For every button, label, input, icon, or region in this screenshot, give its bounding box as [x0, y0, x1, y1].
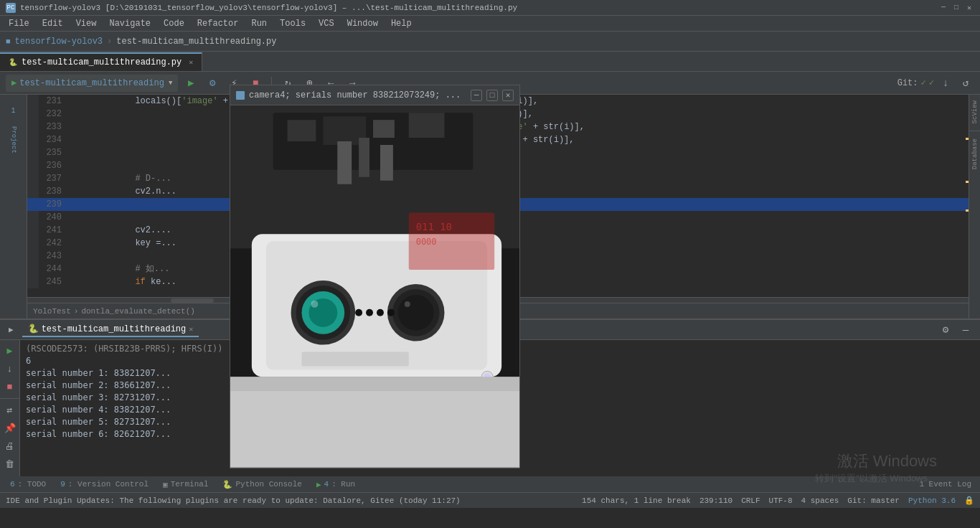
breadcrumb-separator: ›	[107, 37, 112, 47]
svg-point-16	[311, 301, 318, 308]
close-button[interactable]: ✕	[964, 3, 974, 13]
app-icon: PC	[6, 3, 16, 13]
gutter-234	[27, 133, 39, 146]
menu-help[interactable]: Help	[385, 17, 418, 30]
run-button[interactable]: ▶	[182, 75, 199, 92]
camera-feed: 011 10 0000	[230, 105, 519, 468]
run-wrap-icon[interactable]: ⇄	[2, 402, 18, 418]
run-tab-close[interactable]: ✕	[189, 325, 193, 334]
svg-rect-5	[373, 120, 395, 138]
project-bar: ■ tensorflow-yolov3 › test-multicam_mult…	[0, 32, 980, 52]
svg-rect-8	[359, 138, 369, 177]
status-line-ending[interactable]: CRLF	[741, 496, 760, 505]
git-undo[interactable]: ↺	[957, 75, 974, 92]
line-number-233: 233	[39, 121, 67, 133]
status-indent[interactable]: 4 spaces	[801, 496, 839, 505]
line-number-232: 232	[39, 108, 67, 121]
breadcrumb-class[interactable]: YoloTest	[33, 307, 71, 316]
tab-bar: 🐍 test-multicam_multithreading.py ✕	[0, 52, 980, 72]
gutter-241	[27, 224, 39, 237]
line-number-245: 245	[39, 275, 67, 288]
svg-rect-7	[337, 141, 352, 184]
menu-file[interactable]: File	[3, 17, 35, 30]
status-git[interactable]: Git: master	[847, 496, 900, 505]
left-sidebar-icons: 1 Project	[0, 95, 27, 319]
status-python[interactable]: Python 3.6	[908, 496, 956, 505]
minimize-button[interactable]: ─	[938, 3, 948, 13]
status-position[interactable]: 239:110	[699, 496, 732, 505]
run-down-icon[interactable]: ↓	[2, 361, 18, 377]
gutter-231	[27, 95, 39, 108]
status-right: 154 chars, 1 line break 239:110 CRLF UTF…	[582, 496, 974, 505]
tab-file-icon: 🐍	[9, 58, 17, 67]
run-stop-icon[interactable]: ■	[2, 379, 18, 395]
run-tab-footer[interactable]: ▶ 4 : Run	[309, 478, 362, 491]
git-update[interactable]: ↓	[937, 75, 954, 92]
menu-run[interactable]: Run	[245, 17, 273, 30]
menu-code[interactable]: Code	[158, 17, 190, 30]
tab-close-button[interactable]: ✕	[189, 58, 193, 67]
menu-vcs[interactable]: VCS	[313, 17, 340, 30]
run-icon: ▶	[6, 325, 17, 334]
line-number-244: 244	[39, 263, 67, 275]
menu-view[interactable]: View	[70, 17, 103, 30]
run-trash-icon[interactable]: 🗑	[2, 456, 18, 472]
run-config-dropdown[interactable]: ▶ test-multicam_multithreading ▼	[6, 75, 178, 92]
terminal-tab[interactable]: ▣ Terminal	[156, 478, 215, 491]
scview-tab[interactable]: ScView	[970, 95, 980, 129]
right-panel-tabs: ScView Database	[969, 95, 980, 319]
run-play-icon[interactable]: ▶	[2, 343, 18, 359]
camera-minimize-button[interactable]: ─	[471, 90, 482, 101]
warning-marker-3	[966, 209, 969, 212]
todo-label: : TODO	[18, 480, 47, 489]
status-chars: 154 chars, 1 line break	[582, 496, 691, 505]
svg-rect-27	[302, 352, 409, 367]
camera-close-button[interactable]: ✕	[502, 90, 514, 101]
terminal-label: Terminal	[171, 480, 209, 489]
project-label[interactable]: Project	[9, 123, 19, 156]
ide-update-text: IDE and Plugin Updates: The following pl…	[6, 496, 461, 505]
menu-navigate[interactable]: Navigate	[103, 17, 156, 30]
todo-tab[interactable]: 6 : TODO	[3, 478, 53, 490]
breadcrumb-method[interactable]: dontla_evaluate_detect()	[81, 307, 194, 316]
gutter-242	[27, 237, 39, 250]
git-check2: ✓	[929, 77, 934, 88]
camera-titlebar: camera4; serials number 838212073249; ..…	[230, 85, 519, 105]
project-tool-button[interactable]: 1	[4, 100, 24, 121]
line-number-243: 243	[39, 250, 67, 263]
menu-edit[interactable]: Edit	[37, 17, 69, 30]
debug-button[interactable]: ⚙	[204, 75, 221, 92]
version-control-tab[interactable]: 9 : Version Control	[53, 478, 156, 490]
svg-point-23	[377, 309, 384, 316]
todo-number: 6	[10, 480, 15, 489]
camera-window-controls: ─ □ ✕	[471, 90, 514, 101]
camera-restore-button[interactable]: □	[486, 90, 498, 101]
run-panel-collapse[interactable]: —	[957, 321, 974, 339]
file-name[interactable]: test-multicam_multithreading.py	[116, 37, 276, 47]
line-number-234: 234	[39, 133, 67, 146]
database-tab[interactable]: Database	[970, 133, 980, 175]
run-tab-active[interactable]: 🐍 test-multicam_multithreading ✕	[22, 322, 199, 337]
gutter-243	[27, 250, 39, 263]
menu-window[interactable]: Window	[341, 17, 384, 30]
python-console-icon: 🐍	[222, 480, 232, 489]
run-panel-settings[interactable]: ⚙	[937, 321, 954, 339]
menu-tools[interactable]: Tools	[274, 17, 311, 30]
svg-point-24	[387, 309, 395, 316]
event-log[interactable]: 1 Event Log	[913, 480, 977, 489]
editor-tab-active[interactable]: 🐍 test-multicam_multithreading.py ✕	[0, 52, 202, 71]
maximize-button[interactable]: □	[951, 3, 961, 13]
svg-point-19	[398, 295, 434, 331]
svg-rect-3	[288, 120, 316, 141]
run-pin-icon[interactable]: 📌	[2, 420, 18, 436]
run-print-icon[interactable]: 🖨	[2, 438, 18, 454]
python-console-tab[interactable]: 🐍 Python Console	[215, 478, 308, 491]
status-encoding[interactable]: UTF-8	[769, 496, 793, 505]
run-config-chevron: ▼	[169, 80, 172, 87]
line-number-237: 237	[39, 172, 67, 185]
svg-rect-29	[230, 377, 519, 391]
menu-refactor[interactable]: Refactor	[192, 17, 245, 30]
camera-window[interactable]: camera4; serials number 838212073249; ..…	[230, 85, 520, 468]
line-number-240: 240	[39, 211, 67, 224]
project-name[interactable]: tensorflow-yolov3	[15, 37, 103, 47]
